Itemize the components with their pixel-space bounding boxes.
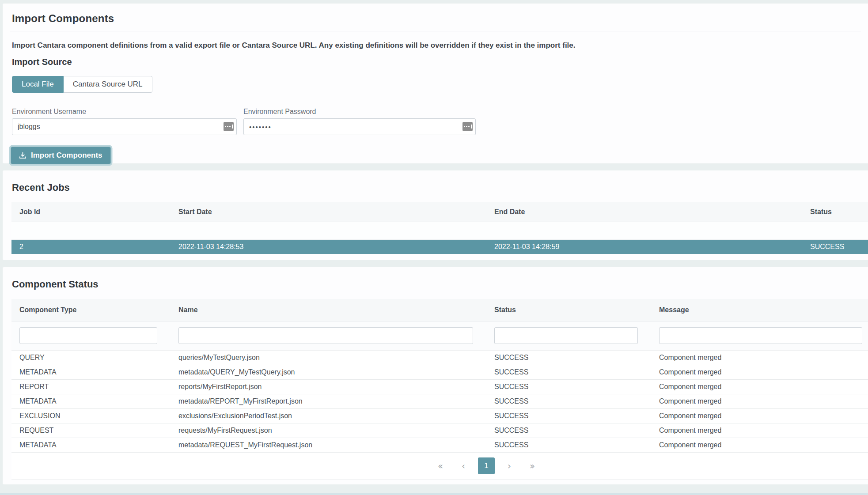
recent-jobs-title: Recent Jobs xyxy=(12,182,861,193)
job-id-cell: 2 xyxy=(11,239,171,254)
import-source-heading: Import Source xyxy=(12,57,861,67)
filter-name-input[interactable] xyxy=(178,327,473,344)
section-gap xyxy=(0,260,868,267)
import-components-button[interactable]: Import Components xyxy=(11,147,111,164)
end-date-cell: 2022-11-03 14:28:59 xyxy=(486,239,802,254)
start-date-cell: 2022-11-03 14:28:53 xyxy=(171,239,486,254)
section-gap xyxy=(0,163,868,170)
import-description: Import Cantara component definitions fro… xyxy=(12,41,861,50)
recent-jobs-table: Job Id Start Date End Date Status 2 2022… xyxy=(11,202,868,254)
username-label: Environment Username xyxy=(12,108,237,116)
username-input[interactable] xyxy=(12,118,237,135)
filter-row xyxy=(11,321,868,350)
paginator-prev-button[interactable]: ‹ xyxy=(455,457,472,474)
column-header-status: Status xyxy=(802,202,868,222)
paginator-next-button[interactable]: › xyxy=(501,457,518,474)
component-row[interactable]: METADATA metadata/REPORT_MyFirstReport.j… xyxy=(11,394,868,408)
footer-accent-strip xyxy=(0,493,868,495)
component-row[interactable]: REPORT reports/MyFirstReport.json SUCCES… xyxy=(11,379,868,394)
paginator-first-button[interactable]: « xyxy=(432,457,449,474)
column-header-end-date: End Date xyxy=(486,202,802,222)
credentials-row: Environment Username Environment Passwor… xyxy=(12,108,861,135)
filter-status-input[interactable] xyxy=(494,327,638,344)
paginator-last-button[interactable]: » xyxy=(524,457,541,474)
column-header-message: Message xyxy=(651,299,868,321)
status-badge: SUCCESS xyxy=(486,379,651,394)
job-status-cell: SUCCESS xyxy=(802,239,868,254)
component-row[interactable]: QUERY queries/MyTestQuery.json SUCCESS C… xyxy=(11,350,868,365)
recent-jobs-header-row: Job Id Start Date End Date Status xyxy=(11,202,868,222)
download-icon xyxy=(19,152,27,159)
filter-message-input[interactable] xyxy=(659,327,862,344)
column-header-start-date: Start Date xyxy=(171,202,486,222)
component-status-panel: Component Status Component Type Name Sta… xyxy=(3,267,868,484)
import-source-toggle: Local File Cantara Source URL xyxy=(12,76,861,93)
status-badge: SUCCESS xyxy=(486,423,651,438)
status-badge: SUCCESS xyxy=(486,350,651,365)
username-field-group: Environment Username xyxy=(12,108,237,135)
tab-local-file[interactable]: Local File xyxy=(12,76,64,93)
title-divider xyxy=(10,31,861,31)
password-label: Environment Password xyxy=(243,108,476,116)
job-row-selected[interactable]: 2 2022-11-03 14:28:53 2022-11-03 14:28:5… xyxy=(11,239,868,254)
autofill-icon[interactable] xyxy=(224,122,234,131)
import-components-panel: Import Components Import Cantara compone… xyxy=(3,4,868,163)
column-header-name: Name xyxy=(171,299,486,321)
component-status-header-row: Component Type Name Status Message xyxy=(11,299,868,321)
filter-component-type-input[interactable] xyxy=(19,327,157,344)
status-badge: SUCCESS xyxy=(486,394,651,408)
recent-jobs-panel: Recent Jobs Job Id Start Date End Date S… xyxy=(3,170,868,260)
component-row[interactable]: EXCLUSION exclusions/ExclusionPeriodTest… xyxy=(11,408,868,423)
column-header-component-type: Component Type xyxy=(11,299,171,321)
component-status-table: Component Type Name Status Message QUERY… xyxy=(11,299,868,453)
tab-cantara-source-url[interactable]: Cantara Source URL xyxy=(64,76,152,93)
password-input[interactable] xyxy=(243,118,476,135)
status-badge: SUCCESS xyxy=(486,365,651,379)
component-row[interactable]: REQUEST requests/MyFirstRequest.json SUC… xyxy=(11,423,868,438)
empty-row xyxy=(11,222,868,239)
column-header-job-id: Job Id xyxy=(11,202,171,222)
paginator-page-1-button[interactable]: 1 xyxy=(478,457,495,474)
paginator: « ‹ 1 › » xyxy=(11,453,868,480)
component-row[interactable]: METADATA metadata/QUERY_MyTestQuery.json… xyxy=(11,365,868,379)
component-row[interactable]: METADATA metadata/REQUEST_MyFirstRequest… xyxy=(11,438,868,452)
password-field-group: Environment Password xyxy=(243,108,476,135)
component-status-title: Component Status xyxy=(12,279,861,290)
status-badge: SUCCESS xyxy=(486,438,651,452)
status-badge: SUCCESS xyxy=(486,408,651,423)
autofill-icon[interactable] xyxy=(462,122,473,131)
column-header-status: Status xyxy=(486,299,651,321)
page-title: Import Components xyxy=(12,12,861,25)
